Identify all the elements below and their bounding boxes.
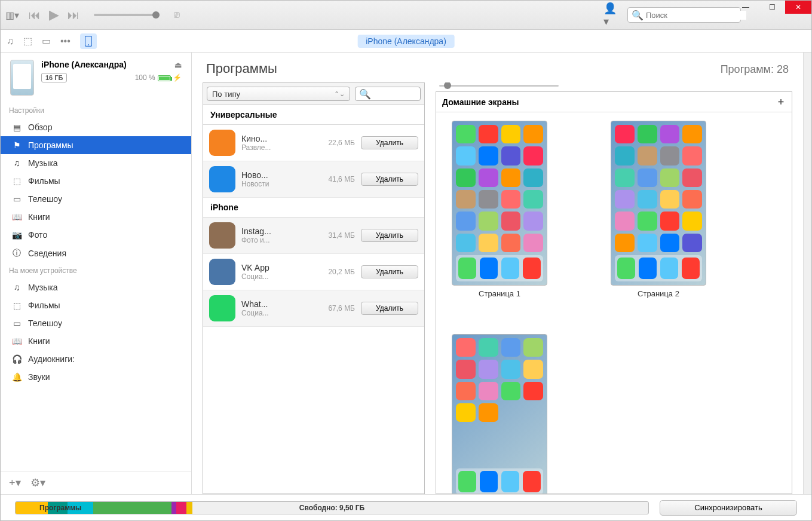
homescreen-app-icon	[501, 146, 521, 165]
storage-free-label: Свободно: 9,50 ГБ	[299, 502, 364, 514]
dock-app-icon	[617, 258, 635, 279]
sidebar-icon: 📖	[11, 336, 22, 346]
homescreen-app-icon	[682, 125, 702, 143]
home-screen-page[interactable]: Страница 2	[606, 121, 711, 298]
remove-button[interactable]: Удалить	[361, 136, 418, 149]
search-field[interactable]	[646, 11, 746, 20]
apps-search[interactable]: 🔍	[355, 87, 421, 101]
prev-track-icon[interactable]: ⏮	[29, 8, 41, 22]
apps-search-input[interactable]	[371, 90, 416, 98]
homescreen-app-icon	[456, 125, 476, 143]
homescreen-app-icon	[456, 382, 476, 400]
movies-library-icon[interactable]: ⬚	[23, 35, 32, 47]
homescreen-app-icon	[523, 338, 543, 357]
zoom-slider[interactable]	[439, 85, 559, 87]
homescreen-app-icon	[523, 146, 543, 165]
app-icon	[209, 166, 235, 192]
app-row[interactable]: Кино... Развле... 22,6 МБ Удалить	[203, 125, 424, 161]
account-icon[interactable]: 👤▾	[603, 7, 621, 23]
homescreen-app-icon	[479, 212, 498, 230]
device-thumbnail	[10, 60, 34, 96]
remove-button[interactable]: Удалить	[361, 265, 418, 278]
more-library-icon[interactable]: •••	[60, 36, 71, 47]
homescreen-app-icon	[682, 146, 702, 165]
volume-slider[interactable]	[94, 14, 160, 16]
homescreen-app-icon	[456, 212, 476, 230]
sidebar-toggle-icon[interactable]: ▥▾	[5, 10, 19, 21]
svg-point-1	[88, 44, 89, 45]
sync-button[interactable]: Синхронизировать	[660, 500, 797, 516]
sidebar-item-label: Книги	[28, 212, 50, 222]
app-name: What...	[241, 299, 315, 309]
sidebar-item-label: Фильмы	[28, 301, 60, 310]
dock-app-icon	[501, 471, 519, 492]
device-tab-icon[interactable]	[80, 33, 97, 49]
dock	[456, 468, 543, 494]
home-screen-page[interactable]: Страница 1	[447, 121, 552, 298]
homescreen-app-icon	[682, 212, 702, 230]
sidebar-item-label: Сведения	[28, 249, 66, 258]
sidebar-item-Книги[interactable]: 📖Книги	[1, 208, 191, 226]
sidebar-item-Фильмы[interactable]: ⬚Фильмы	[1, 172, 191, 190]
sidebar-item-label: Музыка	[28, 158, 58, 168]
storage-segment	[186, 502, 193, 514]
window-scrollbar[interactable]	[803, 53, 811, 494]
play-icon[interactable]: ▶	[49, 7, 59, 23]
next-track-icon[interactable]: ⏭	[68, 8, 79, 22]
home-screen-page[interactable]	[447, 334, 552, 494]
close-button[interactable]: ✕	[785, 1, 811, 14]
search-input[interactable]: 🔍	[627, 7, 741, 23]
sidebar-item-Телешоу[interactable]: ▭Телешоу	[1, 190, 191, 208]
eject-icon[interactable]: ⏏	[174, 60, 182, 69]
group-iphone-header: iPhone	[203, 198, 424, 217]
minimize-button[interactable]: —	[733, 1, 759, 14]
sidebar-item-label: Звуки	[28, 372, 50, 382]
add-screen-icon[interactable]: ＋	[776, 96, 786, 108]
app-row[interactable]: Ново... Новости 41,6 МБ Удалить	[203, 161, 424, 198]
gear-icon[interactable]: ⚙▾	[30, 476, 45, 489]
remove-button[interactable]: Удалить	[361, 173, 418, 186]
homescreen-app-icon	[479, 403, 498, 422]
sidebar-item-Сведения[interactable]: ⓘСведения	[1, 244, 191, 263]
page-title: Программы	[206, 61, 277, 76]
homescreen-app-icon	[479, 168, 498, 187]
homescreen-app-icon	[638, 234, 657, 252]
homescreen-app-icon	[456, 425, 476, 443]
sidebar-icon: ⬚	[11, 176, 22, 186]
sidebar-device-item-Аудиокниги:[interactable]: 🎧Аудиокниги:	[1, 350, 191, 368]
sidebar-item-Обзор[interactable]: ▤Обзор	[1, 118, 191, 136]
homescreen-app-icon	[682, 234, 702, 252]
app-size: 41,6 МБ	[321, 175, 355, 183]
app-row[interactable]: What... Социа... 67,6 МБ Удалить	[203, 290, 424, 327]
homescreen-app-icon	[456, 146, 476, 165]
tv-library-icon[interactable]: ▭	[42, 35, 51, 47]
app-category: Социа...	[241, 272, 315, 281]
add-playlist-icon[interactable]: +▾	[9, 476, 21, 489]
app-row[interactable]: VK App Социа... 20,2 МБ Удалить	[203, 254, 424, 290]
device-pill[interactable]: iPhone (Александра)	[357, 35, 455, 48]
screen-label: Страница 1	[479, 289, 520, 298]
sidebar-device-item-Фильмы[interactable]: ⬚Фильмы	[1, 296, 191, 314]
sidebar-device-item-Книги[interactable]: 📖Книги	[1, 332, 191, 350]
sort-select[interactable]: По типу ⌃⌄	[207, 87, 350, 101]
remove-button[interactable]: Удалить	[361, 302, 418, 315]
sidebar-device-item-Звуки[interactable]: 🔔Звуки	[1, 368, 191, 386]
sidebar-icon: ♫	[11, 283, 22, 292]
sidebar-device-item-Музыка[interactable]: ♫Музыка	[1, 278, 191, 296]
sidebar-item-Программы[interactable]: ⚑Программы	[1, 136, 191, 154]
homescreen-app-icon	[479, 234, 498, 252]
homescreen-app-icon	[660, 146, 680, 165]
music-library-icon[interactable]: ♫	[7, 36, 14, 47]
maximize-button[interactable]: ☐	[759, 1, 785, 14]
sidebar-item-Фото[interactable]: 📷Фото	[1, 226, 191, 244]
sidebar-item-label: Книги	[28, 336, 50, 346]
sidebar-icon: 🎧	[11, 354, 22, 364]
sidebar-item-Музыка[interactable]: ♫Музыка	[1, 154, 191, 172]
airplay-icon[interactable]: ⎚	[174, 10, 180, 20]
app-row[interactable]: Instag... Фото и... 31,4 МБ Удалить	[203, 217, 424, 254]
sidebar-icon: ▭	[11, 194, 22, 204]
remove-button[interactable]: Удалить	[361, 229, 418, 242]
sidebar-device-item-Телешоу[interactable]: ▭Телешоу	[1, 314, 191, 332]
device-name: iPhone (Александра)	[41, 60, 127, 69]
app-icon	[209, 130, 235, 156]
